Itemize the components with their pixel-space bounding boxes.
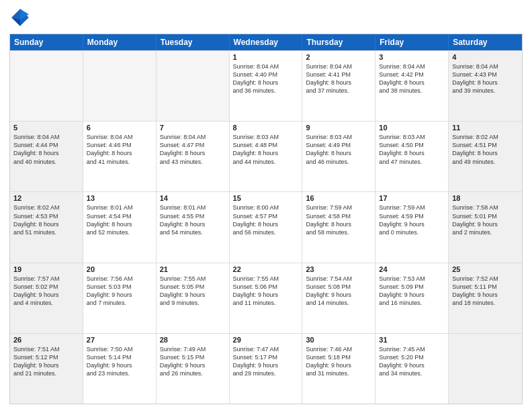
calendar-row-4: 26Sunrise: 7:51 AM Sunset: 5:12 PM Dayli… bbox=[10, 333, 522, 404]
calendar-day-9: 9Sunrise: 8:03 AM Sunset: 4:49 PM Daylig… bbox=[302, 122, 375, 191]
day-number: 11 bbox=[452, 124, 519, 132]
day-number: 19 bbox=[13, 265, 79, 273]
calendar-day-12: 12Sunrise: 8:02 AM Sunset: 4:53 PM Dayli… bbox=[10, 192, 83, 262]
day-number: 29 bbox=[233, 336, 299, 344]
calendar-day-25: 25Sunrise: 7:52 AM Sunset: 5:11 PM Dayli… bbox=[449, 263, 522, 333]
calendar-day-16: 16Sunrise: 7:59 AM Sunset: 4:58 PM Dayli… bbox=[302, 192, 375, 262]
cell-text: Sunrise: 8:01 AM Sunset: 4:54 PM Dayligh… bbox=[87, 203, 152, 236]
cell-text: Sunrise: 7:59 AM Sunset: 4:59 PM Dayligh… bbox=[379, 203, 445, 236]
header bbox=[9, 7, 523, 28]
calendar-cell-empty bbox=[83, 51, 157, 121]
cell-text: Sunrise: 8:03 AM Sunset: 4:49 PM Dayligh… bbox=[306, 133, 371, 166]
calendar-day-8: 8Sunrise: 8:03 AM Sunset: 4:48 PM Daylig… bbox=[230, 122, 303, 191]
day-number: 6 bbox=[87, 124, 152, 132]
weekday-header-monday: Monday bbox=[83, 34, 157, 50]
day-number: 28 bbox=[160, 336, 226, 344]
page: SundayMondayTuesdayWednesdayThursdayFrid… bbox=[0, 0, 532, 411]
day-number: 26 bbox=[13, 336, 79, 344]
calendar-day-3: 3Sunrise: 8:04 AM Sunset: 4:42 PM Daylig… bbox=[375, 51, 449, 121]
calendar-day-18: 18Sunrise: 7:58 AM Sunset: 5:01 PM Dayli… bbox=[449, 192, 522, 262]
cell-text: Sunrise: 7:52 AM Sunset: 5:11 PM Dayligh… bbox=[452, 275, 519, 308]
day-number: 14 bbox=[160, 194, 226, 202]
calendar-day-4: 4Sunrise: 8:04 AM Sunset: 4:43 PM Daylig… bbox=[449, 51, 522, 121]
cell-text: Sunrise: 7:59 AM Sunset: 4:58 PM Dayligh… bbox=[306, 203, 371, 236]
calendar-cell-empty bbox=[449, 334, 522, 404]
calendar-cell-empty bbox=[157, 51, 230, 121]
calendar-day-28: 28Sunrise: 7:49 AM Sunset: 5:15 PM Dayli… bbox=[157, 334, 230, 404]
calendar-day-21: 21Sunrise: 7:55 AM Sunset: 5:05 PM Dayli… bbox=[157, 263, 230, 333]
day-number: 24 bbox=[379, 265, 445, 273]
cell-text: Sunrise: 8:01 AM Sunset: 4:55 PM Dayligh… bbox=[160, 203, 226, 236]
calendar-day-22: 22Sunrise: 7:55 AM Sunset: 5:06 PM Dayli… bbox=[230, 263, 303, 333]
calendar-day-15: 15Sunrise: 8:00 AM Sunset: 4:57 PM Dayli… bbox=[230, 192, 303, 262]
calendar-body: 1Sunrise: 8:04 AM Sunset: 4:40 PM Daylig… bbox=[10, 50, 522, 404]
cell-text: Sunrise: 8:02 AM Sunset: 4:51 PM Dayligh… bbox=[452, 133, 519, 166]
calendar-row-2: 12Sunrise: 8:02 AM Sunset: 4:53 PM Dayli… bbox=[10, 191, 522, 262]
cell-text: Sunrise: 8:04 AM Sunset: 4:41 PM Dayligh… bbox=[306, 62, 371, 95]
calendar-day-26: 26Sunrise: 7:51 AM Sunset: 5:12 PM Dayli… bbox=[10, 334, 83, 404]
weekday-header-saturday: Saturday bbox=[449, 34, 522, 50]
day-number: 23 bbox=[306, 265, 371, 273]
day-number: 22 bbox=[233, 265, 299, 273]
calendar-day-5: 5Sunrise: 8:04 AM Sunset: 4:44 PM Daylig… bbox=[10, 122, 83, 191]
day-number: 8 bbox=[233, 124, 299, 132]
day-number: 5 bbox=[13, 124, 79, 132]
day-number: 1 bbox=[233, 53, 299, 61]
day-number: 12 bbox=[13, 194, 79, 202]
day-number: 4 bbox=[452, 53, 519, 61]
calendar-header: SundayMondayTuesdayWednesdayThursdayFrid… bbox=[10, 34, 522, 50]
cell-text: Sunrise: 8:04 AM Sunset: 4:43 PM Dayligh… bbox=[452, 62, 519, 95]
logo-icon bbox=[9, 7, 31, 28]
weekday-header-wednesday: Wednesday bbox=[230, 34, 303, 50]
calendar-day-24: 24Sunrise: 7:53 AM Sunset: 5:09 PM Dayli… bbox=[375, 263, 449, 333]
calendar-day-27: 27Sunrise: 7:50 AM Sunset: 5:14 PM Dayli… bbox=[83, 334, 157, 404]
cell-text: Sunrise: 7:55 AM Sunset: 5:06 PM Dayligh… bbox=[233, 275, 299, 308]
calendar-day-20: 20Sunrise: 7:56 AM Sunset: 5:03 PM Dayli… bbox=[83, 263, 157, 333]
day-number: 25 bbox=[452, 265, 519, 273]
cell-text: Sunrise: 8:04 AM Sunset: 4:44 PM Dayligh… bbox=[13, 133, 79, 166]
cell-text: Sunrise: 7:58 AM Sunset: 5:01 PM Dayligh… bbox=[452, 203, 519, 236]
cell-text: Sunrise: 7:57 AM Sunset: 5:02 PM Dayligh… bbox=[13, 275, 79, 308]
cell-text: Sunrise: 7:55 AM Sunset: 5:05 PM Dayligh… bbox=[160, 275, 226, 308]
weekday-header-thursday: Thursday bbox=[302, 34, 375, 50]
weekday-header-sunday: Sunday bbox=[10, 34, 83, 50]
cell-text: Sunrise: 7:51 AM Sunset: 5:12 PM Dayligh… bbox=[13, 345, 79, 378]
calendar-day-31: 31Sunrise: 7:45 AM Sunset: 5:20 PM Dayli… bbox=[375, 334, 449, 404]
cell-text: Sunrise: 7:45 AM Sunset: 5:20 PM Dayligh… bbox=[379, 345, 445, 378]
cell-text: Sunrise: 8:03 AM Sunset: 4:48 PM Dayligh… bbox=[233, 133, 299, 166]
calendar-day-1: 1Sunrise: 8:04 AM Sunset: 4:40 PM Daylig… bbox=[230, 51, 303, 121]
calendar-day-23: 23Sunrise: 7:54 AM Sunset: 5:08 PM Dayli… bbox=[302, 263, 375, 333]
cell-text: Sunrise: 7:46 AM Sunset: 5:18 PM Dayligh… bbox=[306, 345, 371, 378]
day-number: 20 bbox=[87, 265, 152, 273]
calendar-day-14: 14Sunrise: 8:01 AM Sunset: 4:55 PM Dayli… bbox=[157, 192, 230, 262]
cell-text: Sunrise: 7:56 AM Sunset: 5:03 PM Dayligh… bbox=[87, 275, 152, 308]
calendar-row-0: 1Sunrise: 8:04 AM Sunset: 4:40 PM Daylig… bbox=[10, 50, 522, 121]
calendar-day-19: 19Sunrise: 7:57 AM Sunset: 5:02 PM Dayli… bbox=[10, 263, 83, 333]
cell-text: Sunrise: 8:04 AM Sunset: 4:46 PM Dayligh… bbox=[87, 133, 152, 166]
cell-text: Sunrise: 8:03 AM Sunset: 4:50 PM Dayligh… bbox=[379, 133, 445, 166]
day-number: 2 bbox=[306, 53, 371, 61]
calendar-day-6: 6Sunrise: 8:04 AM Sunset: 4:46 PM Daylig… bbox=[83, 122, 157, 191]
day-number: 9 bbox=[306, 124, 371, 132]
day-number: 15 bbox=[233, 194, 299, 202]
cell-text: Sunrise: 8:02 AM Sunset: 4:53 PM Dayligh… bbox=[13, 203, 79, 236]
calendar-row-1: 5Sunrise: 8:04 AM Sunset: 4:44 PM Daylig… bbox=[10, 121, 522, 191]
weekday-header-tuesday: Tuesday bbox=[157, 34, 230, 50]
day-number: 7 bbox=[160, 124, 226, 132]
calendar-day-10: 10Sunrise: 8:03 AM Sunset: 4:50 PM Dayli… bbox=[375, 122, 449, 191]
calendar: SundayMondayTuesdayWednesdayThursdayFrid… bbox=[9, 34, 523, 404]
cell-text: Sunrise: 8:00 AM Sunset: 4:57 PM Dayligh… bbox=[233, 203, 299, 236]
calendar-day-29: 29Sunrise: 7:47 AM Sunset: 5:17 PM Dayli… bbox=[230, 334, 303, 404]
calendar-row-3: 19Sunrise: 7:57 AM Sunset: 5:02 PM Dayli… bbox=[10, 263, 522, 333]
day-number: 18 bbox=[452, 194, 519, 202]
day-number: 3 bbox=[379, 53, 445, 61]
calendar-day-2: 2Sunrise: 8:04 AM Sunset: 4:41 PM Daylig… bbox=[302, 51, 375, 121]
cell-text: Sunrise: 8:04 AM Sunset: 4:47 PM Dayligh… bbox=[160, 133, 226, 166]
day-number: 17 bbox=[379, 194, 445, 202]
cell-text: Sunrise: 7:50 AM Sunset: 5:14 PM Dayligh… bbox=[87, 345, 152, 378]
calendar-day-13: 13Sunrise: 8:01 AM Sunset: 4:54 PM Dayli… bbox=[83, 192, 157, 262]
day-number: 16 bbox=[306, 194, 371, 202]
cell-text: Sunrise: 7:54 AM Sunset: 5:08 PM Dayligh… bbox=[306, 275, 371, 308]
cell-text: Sunrise: 8:04 AM Sunset: 4:42 PM Dayligh… bbox=[379, 62, 445, 95]
cell-text: Sunrise: 7:47 AM Sunset: 5:17 PM Dayligh… bbox=[233, 345, 299, 378]
